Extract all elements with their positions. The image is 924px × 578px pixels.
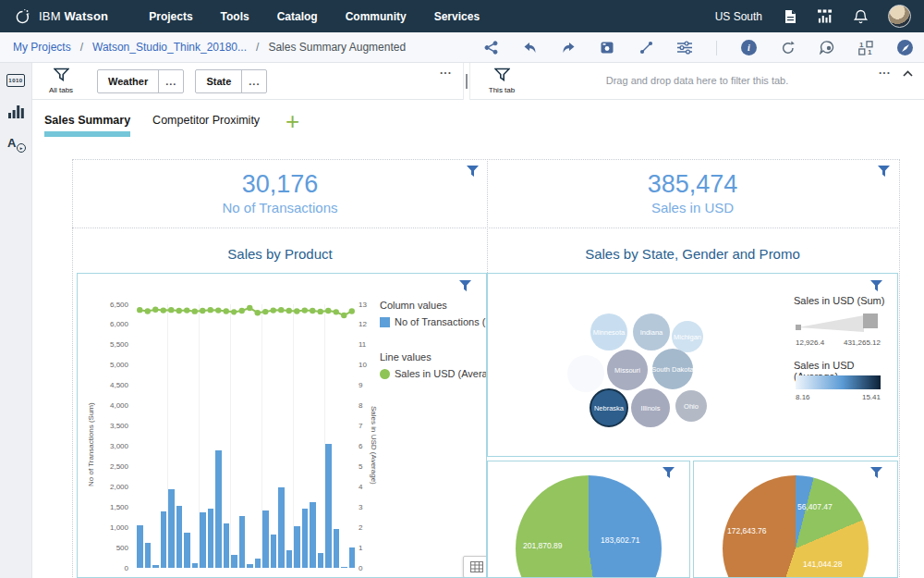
comment-icon[interactable] — [820, 41, 834, 55]
chip-more-icon[interactable]: ... — [241, 70, 266, 92]
kpi-sales-usd[interactable]: 385,474 Sales in USD — [487, 170, 898, 215]
bubble-minnesota[interactable]: Minnesota — [590, 314, 627, 350]
y-tick: 10 — [359, 361, 367, 369]
nav-item-catalog[interactable]: Catalog — [277, 10, 318, 23]
y-tick: 9 — [359, 381, 362, 389]
combo-chart-panel: No of Transactions (Sum) Sales in USD (A… — [77, 273, 487, 578]
link-icon[interactable] — [638, 41, 653, 55]
panel-more-icon[interactable]: ... — [440, 64, 452, 77]
breadcrumb-my-projects[interactable]: My Projects — [13, 41, 71, 54]
user-avatar[interactable] — [888, 5, 911, 28]
combo-chart-plot[interactable] — [136, 304, 356, 568]
bubble-illinois[interactable]: Illinois — [631, 388, 670, 427]
filter-sliders-icon[interactable] — [677, 41, 692, 55]
kpi-label: Sales in USD — [487, 200, 898, 215]
filter-funnel-icon[interactable] — [878, 166, 890, 177]
y-tick: 6 — [359, 442, 362, 450]
filter-panel-this-tab: This tab Drag and drop data here to filt… — [470, 63, 924, 100]
filter-chip-state[interactable]: State ... — [195, 69, 267, 93]
pie-slice-label: 183,602.71 — [601, 535, 640, 545]
snapshot-icon[interactable] — [600, 41, 614, 55]
legend-column-header: Column values — [380, 300, 486, 311]
visualizations-icon[interactable] — [8, 105, 24, 118]
y-tick: 4 — [359, 483, 362, 491]
combo-chart-legend: Column values No of Transactions (... Li… — [380, 300, 486, 379]
section-title-sales-by-state: Sales by State, Gender and Promo — [487, 246, 898, 262]
watson-studio-dashboard: IBM Watson ProjectsToolsCatalogCommunity… — [0, 0, 924, 578]
breadcrumb-project[interactable]: Watson_Studio_Think_20180... — [92, 41, 247, 54]
y-tick: 13 — [359, 301, 367, 309]
collapse-chevron-icon[interactable] — [903, 70, 913, 77]
document-icon[interactable] — [783, 9, 797, 24]
pie-slice-label: 201,870.89 — [523, 541, 563, 550]
share-icon[interactable] — [483, 41, 498, 55]
filter-funnel-icon[interactable] — [870, 467, 882, 478]
pie-chart-panel-gender: 183,602.71201,870.89 — [487, 461, 690, 578]
filter-funnel-icon[interactable] — [459, 280, 471, 291]
filter-panel-splitter[interactable] — [463, 63, 470, 100]
pie-slice-label: 172,643.76 — [727, 526, 767, 535]
tab-competitor-proximity[interactable]: Competitor Proximity — [152, 114, 260, 140]
bubble-nebraska[interactable]: Nebraska — [590, 388, 628, 427]
tab-sales-summary[interactable]: Sales Summary — [44, 114, 130, 140]
nav-item-services[interactable]: Services — [434, 10, 480, 23]
bubble-faint[interactable] — [567, 355, 604, 392]
info-icon[interactable]: i — [741, 40, 757, 55]
y-tick: 0 — [359, 564, 362, 572]
nav-item-tools[interactable]: Tools — [221, 10, 249, 23]
legend-line-header: Line values — [380, 351, 486, 363]
main-menu: ProjectsToolsCatalogCommunityServices — [149, 10, 480, 23]
kpi-label: No of Transactions — [73, 200, 487, 215]
line-swatch — [380, 369, 390, 379]
filter-funnel-icon[interactable] — [467, 166, 479, 177]
y-tick: 1 — [359, 544, 362, 552]
svg-text:1: 1 — [868, 48, 872, 55]
y-tick: 5,500 — [110, 340, 128, 349]
show-data-table-button[interactable] — [463, 556, 487, 578]
add-tab-button[interactable]: + — [286, 114, 299, 129]
refresh-icon[interactable] — [781, 41, 796, 55]
redo-icon[interactable] — [561, 41, 576, 55]
y-tick: 7 — [359, 422, 362, 430]
legend-line-item[interactable]: Sales in USD (Avera... — [380, 368, 486, 379]
dashboard-toolbar: i 11 — [483, 32, 913, 63]
size-legend-wedge — [796, 311, 881, 335]
region-label[interactable]: US South — [715, 10, 762, 23]
nav-item-projects[interactable]: Projects — [149, 10, 192, 23]
pie-slice-label: 141,044.28 — [803, 560, 843, 569]
ibm-watson-brand[interactable]: IBM Watson — [13, 7, 108, 26]
brand-text: IBM Watson — [39, 9, 108, 23]
pie-chart[interactable] — [516, 475, 662, 578]
legend-column-item[interactable]: No of Transactions (... — [380, 316, 486, 327]
filter-chip-weather[interactable]: Weather ... — [97, 69, 184, 93]
chip-more-icon[interactable]: ... — [158, 70, 183, 92]
y-tick: 1,000 — [110, 523, 128, 532]
bubble-indiana[interactable]: Indiana — [633, 314, 670, 350]
top-nav: IBM Watson ProjectsToolsCatalogCommunity… — [0, 0, 924, 32]
bubble-michigan[interactable]: Michigan — [672, 321, 703, 352]
data-sources-icon[interactable]: 1010 — [6, 74, 25, 87]
bubble-ohio[interactable]: Ohio — [675, 390, 707, 422]
all-tabs-filter[interactable]: All tabs — [40, 68, 82, 94]
explore-compass-icon[interactable] — [897, 40, 913, 55]
bubble-missouri[interactable]: Missouri — [607, 350, 648, 390]
nav-item-community[interactable]: Community — [346, 10, 407, 23]
filter-more-icon[interactable]: ... — [879, 64, 891, 77]
text-media-icon[interactable]: A▸ — [7, 136, 24, 151]
y-tick: 3 — [359, 503, 362, 511]
nav-right: US South — [715, 5, 911, 28]
dashboards-icon[interactable] — [818, 9, 833, 24]
breadcrumb-current-page: Sales Summary Augmented — [268, 41, 406, 54]
binary-data-icon[interactable]: 11 — [858, 41, 873, 55]
y-tick: 5,000 — [110, 361, 128, 369]
notifications-bell-icon[interactable] — [853, 9, 868, 24]
toolbar-divider — [716, 41, 717, 55]
kpi-transactions[interactable]: 30,176 No of Transactions — [73, 170, 487, 215]
y-axis-left-ticks: 6,5006,0005,5005,0004,5004,0003,5003,000… — [85, 274, 128, 577]
filter-drop-hint: Drag and drop data here to filter this t… — [470, 75, 924, 86]
undo-icon[interactable] — [522, 41, 537, 55]
y-tick: 6,000 — [110, 320, 128, 328]
filter-funnel-icon[interactable] — [663, 467, 675, 478]
bubble-south-dakota[interactable]: South Dakota — [652, 349, 693, 389]
line-series[interactable] — [136, 304, 356, 568]
